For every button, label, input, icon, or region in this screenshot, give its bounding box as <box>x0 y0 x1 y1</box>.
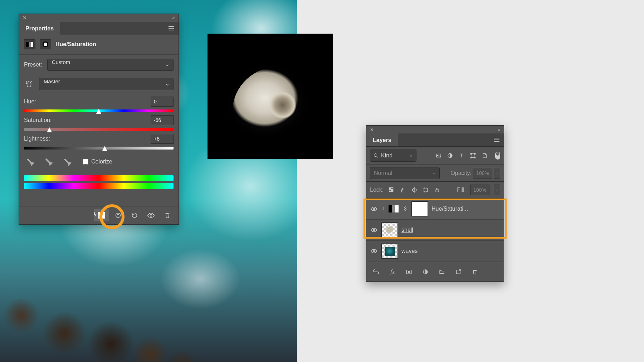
lock-pixels-icon[interactable] <box>399 186 406 194</box>
clip-to-layer-button[interactable] <box>94 209 109 221</box>
tab-properties[interactable]: Properties <box>19 22 60 35</box>
svg-rect-15 <box>424 188 428 192</box>
svg-point-2 <box>374 154 377 157</box>
opacity-value-field[interactable]: 100% <box>473 168 492 178</box>
eyedropper-add-icon[interactable] <box>43 156 55 167</box>
layer-thumbnail[interactable] <box>381 244 398 259</box>
clip-indicator-icon: ↵ <box>381 207 386 211</box>
colorize-label: Colorize <box>91 158 112 165</box>
lock-label: Lock: <box>370 187 384 193</box>
layer-mask-thumbnail[interactable] <box>411 201 428 216</box>
reset-icon[interactable] <box>127 209 142 221</box>
lock-transparency-icon[interactable] <box>388 186 395 194</box>
layer-row-hue-saturation[interactable]: ↵ Hue/Saturati... <box>366 199 504 220</box>
layers-panel-handle[interactable]: ✕ « <box>366 126 504 133</box>
svg-point-21 <box>373 250 375 252</box>
colorize-checkbox-input[interactable] <box>83 159 88 165</box>
add-adjustment-icon[interactable] <box>420 266 431 278</box>
lock-all-icon[interactable] <box>434 186 441 194</box>
layer-name[interactable]: waves <box>401 248 418 254</box>
properties-panel-handle[interactable]: ✕ « <box>19 14 179 22</box>
trash-icon[interactable] <box>469 266 480 278</box>
visibility-toggle-icon[interactable] <box>143 209 158 221</box>
hue-value-field[interactable]: 0 <box>151 97 174 107</box>
filter-adjustment-icon[interactable] <box>447 152 454 159</box>
link-layers-icon[interactable] <box>371 266 381 278</box>
lightness-slider-thumb[interactable] <box>102 146 107 151</box>
filter-type-icon[interactable] <box>458 152 465 159</box>
mask-link-icon[interactable] <box>403 205 408 213</box>
hue-slider-track[interactable] <box>24 109 174 112</box>
ocean-rocks <box>0 248 297 362</box>
layer-row-shell[interactable]: shell <box>366 220 504 241</box>
preset-dropdown[interactable]: Custom <box>47 59 174 71</box>
fill-stepper[interactable]: ⌄ <box>494 185 500 195</box>
visibility-icon[interactable] <box>370 248 378 255</box>
add-mask-icon[interactable] <box>404 266 414 278</box>
close-icon[interactable]: ✕ <box>370 127 374 132</box>
collapse-icon[interactable]: « <box>498 127 500 132</box>
lock-position-icon[interactable] <box>411 186 418 194</box>
new-layer-icon[interactable] <box>453 266 464 278</box>
new-group-icon[interactable] <box>436 266 447 278</box>
svg-rect-9 <box>470 157 472 158</box>
svg-rect-14 <box>391 188 393 190</box>
saturation-value-field[interactable]: -66 <box>151 115 174 125</box>
opacity-label: Opacity: <box>450 170 472 176</box>
opacity-stepper[interactable]: ⌄ <box>494 168 500 178</box>
svg-point-1 <box>150 214 152 216</box>
colorize-checkbox[interactable]: Colorize <box>83 158 112 165</box>
svg-point-17 <box>373 208 375 210</box>
saturation-slider-track[interactable] <box>24 128 174 131</box>
svg-rect-3 <box>436 154 441 157</box>
previous-state-icon[interactable] <box>111 209 126 221</box>
filter-pixel-icon[interactable] <box>435 152 442 159</box>
layer-name[interactable]: shell <box>401 227 413 233</box>
svg-point-20 <box>373 229 375 231</box>
svg-point-0 <box>116 213 121 218</box>
layer-effects-icon[interactable]: fx <box>387 266 398 278</box>
layer-thumbnail[interactable] <box>381 222 398 238</box>
lock-artboard-icon[interactable] <box>422 186 429 194</box>
tab-layers[interactable]: Layers <box>366 133 398 146</box>
panel-menu-icon[interactable] <box>170 22 179 35</box>
eyedropper-icon[interactable] <box>24 156 36 167</box>
svg-rect-16 <box>436 190 439 192</box>
targeted-adjustment-tool-icon[interactable] <box>24 79 34 89</box>
fill-label: Fill: <box>457 187 466 193</box>
filter-smartobject-icon[interactable] <box>481 152 488 159</box>
hue-range-bar-top[interactable] <box>24 175 174 181</box>
layer-list: ↵ Hue/Saturati... shell waves <box>366 199 504 262</box>
trash-icon[interactable] <box>160 209 175 221</box>
panel-menu-icon[interactable] <box>495 133 504 146</box>
saturation-slider-thumb[interactable] <box>47 127 52 132</box>
lightness-value-field[interactable]: +8 <box>151 134 174 144</box>
layer-row-waves[interactable]: waves <box>366 241 504 262</box>
lightness-slider-track[interactable] <box>24 147 174 150</box>
svg-rect-8 <box>474 153 475 154</box>
blend-mode-dropdown[interactable]: Normal <box>370 167 440 179</box>
properties-panel: ✕ « Properties Hue/Saturation Preset: Cu… <box>19 14 179 225</box>
channel-dropdown[interactable]: Master <box>39 78 174 90</box>
adjustment-thumbnail-icon <box>389 205 399 212</box>
hue-range-bar-bottom[interactable] <box>24 183 174 189</box>
fill-value-field[interactable]: 100% <box>470 185 489 195</box>
saturation-label: Saturation: <box>24 117 52 123</box>
visibility-icon[interactable] <box>370 205 378 212</box>
svg-rect-11 <box>389 188 391 190</box>
layer-mask-icon <box>40 39 51 49</box>
eyedropper-subtract-icon[interactable] <box>61 156 73 167</box>
hue-slider-thumb[interactable] <box>96 109 101 114</box>
visibility-icon[interactable] <box>370 226 378 234</box>
svg-point-23 <box>408 271 410 273</box>
layer-filter-kind-dropdown[interactable]: Kind <box>370 150 416 162</box>
filter-toggle-switch[interactable] <box>495 152 500 160</box>
layer-name[interactable]: Hue/Saturati... <box>431 206 468 212</box>
collapse-icon[interactable]: « <box>172 15 175 21</box>
shell-canvas-thumbnail <box>208 34 333 159</box>
filter-shape-icon[interactable] <box>469 152 477 159</box>
lightness-label: Lightness: <box>24 136 50 142</box>
adjustment-type-icon <box>24 39 35 49</box>
close-icon[interactable]: ✕ <box>23 15 27 21</box>
svg-rect-10 <box>474 157 475 158</box>
